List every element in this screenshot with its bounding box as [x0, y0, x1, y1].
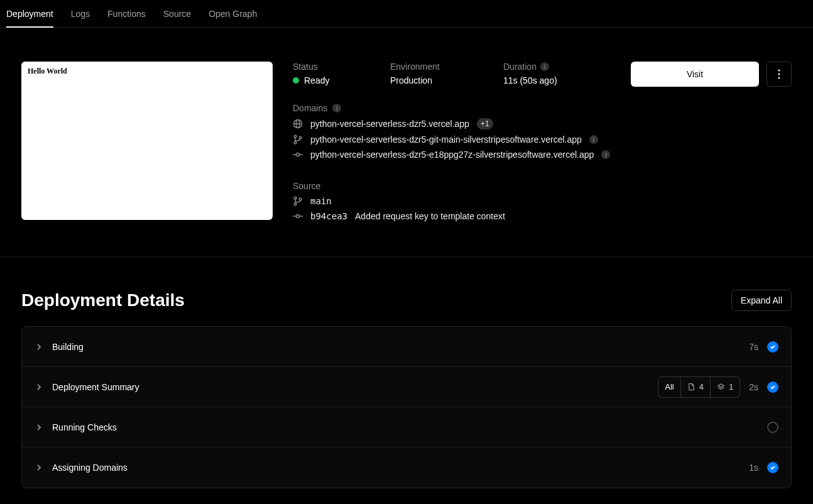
svg-point-14 — [299, 198, 302, 200]
deployment-preview[interactable]: Hello World — [21, 62, 273, 220]
svg-point-7 — [294, 141, 297, 144]
status-value: Ready — [304, 75, 329, 85]
svg-point-8 — [299, 136, 302, 139]
domain-url: python-vercel-serverless-dzr5-git-main-s… — [310, 134, 582, 145]
svg-point-1 — [778, 74, 780, 75]
step-label: Running Checks — [52, 422, 117, 432]
check-success-icon — [767, 381, 778, 393]
environment-block: Environment Production — [390, 62, 503, 85]
step-duration: 7s — [749, 342, 758, 352]
tab-logs[interactable]: Logs — [71, 0, 90, 28]
chevron-right-icon — [35, 342, 43, 351]
commit-icon — [293, 211, 303, 221]
svg-point-0 — [778, 70, 780, 72]
chevron-right-icon — [35, 463, 43, 472]
check-empty-icon — [767, 422, 778, 433]
source-branch-row[interactable]: main — [293, 196, 792, 206]
step-assigning-domains[interactable]: Assigning Domains 1s — [22, 447, 791, 488]
tab-source[interactable]: Source — [163, 0, 191, 28]
branch-icon — [293, 196, 303, 206]
domains-label: Domains — [293, 103, 327, 113]
globe-icon — [293, 119, 303, 129]
status-dot-icon — [293, 77, 299, 84]
commit-message: Added request key to template context — [355, 211, 505, 221]
commit-hash: b94cea3 — [310, 211, 347, 221]
deployment-meta: Status Ready Environment Production Dura… — [293, 62, 792, 226]
domain-extra-badge[interactable]: +1 — [477, 118, 493, 129]
duration-block: Duration i 11s (50s ago) — [503, 62, 610, 85]
svg-point-12 — [294, 197, 297, 199]
info-icon[interactable]: i — [540, 62, 549, 71]
summary-filter-all[interactable]: All — [658, 377, 680, 397]
tab-functions[interactable]: Functions — [107, 0, 146, 28]
source-label: Source — [293, 181, 792, 191]
svg-point-13 — [294, 203, 297, 205]
tab-open-graph[interactable]: Open Graph — [209, 0, 257, 28]
summary-assets-count[interactable]: 1 — [711, 377, 739, 397]
check-success-icon — [767, 462, 778, 473]
environment-label: Environment — [390, 62, 503, 72]
domain-row-commit[interactable]: python-vercel-serverless-dzr5-e18ppg27z-… — [293, 150, 792, 160]
section-divider — [0, 256, 813, 257]
source-branch: main — [310, 196, 332, 206]
svg-point-6 — [294, 135, 297, 138]
step-building[interactable]: Building 7s — [22, 327, 791, 367]
domain-row-branch[interactable]: python-vercel-serverless-dzr5-git-main-s… — [293, 134, 792, 145]
visit-button[interactable]: Visit — [631, 62, 759, 87]
summary-files-count[interactable]: 4 — [681, 377, 711, 397]
expand-all-button[interactable]: Expand All — [731, 290, 792, 311]
duration-label: Duration — [503, 62, 537, 72]
domain-row-primary[interactable]: python-vercel-serverless-dzr5.vercel.app… — [293, 118, 792, 129]
domain-url: python-vercel-serverless-dzr5-e18ppg27z-… — [310, 150, 594, 160]
status-label: Status — [293, 62, 390, 72]
tab-deployment[interactable]: Deployment — [6, 0, 53, 28]
summary-filter-pill: All 4 1 — [658, 376, 740, 398]
svg-point-15 — [297, 215, 300, 218]
chevron-right-icon — [35, 423, 43, 432]
branch-icon — [293, 134, 303, 145]
domain-url: python-vercel-serverless-dzr5.vercel.app — [310, 119, 469, 129]
svg-point-9 — [297, 153, 300, 156]
step-duration: 2s — [749, 382, 758, 392]
check-success-icon — [767, 341, 778, 353]
deployment-steps: Building 7s Deployment Summary All — [21, 326, 792, 488]
info-icon[interactable]: i — [332, 104, 341, 112]
file-icon — [687, 383, 696, 391]
deployment-tabs: Deployment Logs Functions Source Open Gr… — [0, 0, 813, 28]
info-icon[interactable]: i — [589, 135, 598, 144]
duration-value: 11s (50s ago) — [503, 75, 610, 85]
chevron-right-icon — [35, 383, 43, 392]
layers-icon — [717, 383, 725, 391]
source-commit-row[interactable]: b94cea3 Added request key to template co… — [293, 211, 792, 221]
commit-icon — [293, 150, 303, 160]
info-icon[interactable]: i — [601, 150, 610, 159]
svg-marker-18 — [718, 384, 724, 388]
dots-vertical-icon — [778, 69, 780, 79]
status-block: Status Ready — [293, 62, 390, 85]
step-running-checks[interactable]: Running Checks — [22, 407, 791, 447]
step-label: Building — [52, 342, 84, 352]
more-actions-button[interactable] — [767, 62, 792, 87]
svg-point-2 — [778, 77, 780, 79]
details-title: Deployment Details — [21, 290, 185, 310]
step-deployment-summary[interactable]: Deployment Summary All 4 1 2s — [22, 367, 791, 407]
step-label: Deployment Summary — [52, 382, 139, 392]
preview-text: Hello World — [28, 67, 67, 75]
step-label: Assigning Domains — [52, 463, 128, 473]
step-duration: 1s — [749, 463, 758, 473]
environment-value: Production — [390, 75, 503, 85]
